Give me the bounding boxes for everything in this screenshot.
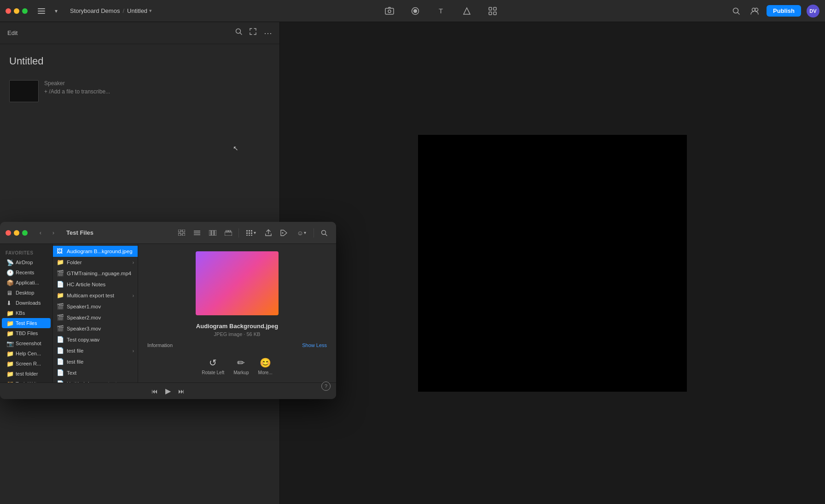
text-file-icon: 📄 (57, 369, 64, 377)
topbar-right: Publish DV (730, 5, 819, 17)
speaker3-file-icon: 🎬 (57, 325, 64, 332)
file-item-speaker2[interactable]: 🎬Speaker2.mov (53, 312, 138, 323)
playback-play-button[interactable]: ▶ (165, 387, 171, 395)
sidebar-item-recents[interactable]: 🕐Recents (2, 267, 51, 278)
sidebar-item-test-files[interactable]: 📁Test Files (2, 318, 51, 328)
file-item-hc-article[interactable]: 📄HC Article Notes (53, 279, 138, 290)
preview-info-row: Information Show Less (145, 342, 329, 348)
search-icon[interactable] (730, 5, 743, 17)
editor-more-icon[interactable]: ⋯ (264, 28, 272, 38)
finder-quick-actions-dropdown[interactable]: ☺ ▾ (293, 226, 310, 239)
sidebar-item-desktop[interactable]: 🖥Desktop (2, 288, 51, 298)
sidebar-item-test-folder[interactable]: 📁test folder (2, 369, 51, 379)
sidebar-item-screen-r[interactable]: 📁Screen R... (2, 359, 51, 369)
file-item-text[interactable]: 📄Text (53, 367, 138, 378)
svg-rect-3 (385, 8, 394, 14)
svg-rect-20 (182, 233, 185, 236)
file-label-audiogram: Audiogram B...kground.jpeg (67, 249, 133, 254)
sidebar-item-kbs[interactable]: 📁KBs (2, 308, 51, 318)
file-label-speaker1: Speaker1.mov (67, 304, 101, 309)
add-file-label[interactable]: + /Add a file to transcribe... (44, 88, 110, 95)
preview-action-rotate-left[interactable]: ↺Rotate Left (202, 357, 224, 375)
playback-prev-button[interactable]: ⏮ (151, 388, 158, 395)
editor-search-icon[interactable] (235, 28, 242, 38)
record-icon[interactable] (408, 4, 423, 18)
finder-back-button[interactable]: ‹ (35, 227, 46, 238)
finder-gallery-view-button[interactable] (222, 226, 235, 239)
breadcrumb-parent[interactable]: Storyboard Demos (70, 7, 120, 14)
finder-toolbar-sep1 (238, 228, 239, 238)
svg-rect-30 (246, 230, 248, 232)
sidebar-item-tech-write[interactable]: 📁Tech Writ... (2, 379, 51, 382)
sidebar-label-screen-r: Screen R... (16, 361, 41, 366)
editor-expand-icon[interactable] (250, 28, 256, 38)
show-less-button[interactable]: Show Less (302, 342, 327, 348)
sidebar-item-airdrop[interactable]: 📡AirDrop (2, 257, 51, 267)
sidebar-item-downloads[interactable]: ⬇Downloads (2, 298, 51, 308)
edit-label: Edit (7, 29, 17, 36)
recents-icon: 🕐 (6, 269, 13, 276)
people-icon[interactable] (748, 5, 761, 17)
finder-forward-button[interactable]: › (48, 227, 59, 238)
svg-rect-0 (38, 8, 45, 9)
avatar: DV (807, 5, 819, 17)
sidebar-toggle-icon[interactable] (35, 5, 48, 17)
breadcrumb: Storyboard Demos / Untitled ▾ (70, 7, 152, 14)
file-item-gtm[interactable]: 🎬GTMTraining...nguage.mp4 (53, 268, 138, 279)
finder-minimize-button[interactable] (14, 230, 19, 236)
publish-button[interactable]: Publish (767, 5, 801, 17)
chevron-icon: › (133, 293, 134, 298)
file-item-speaker1[interactable]: 🎬Speaker1.mov (53, 301, 138, 312)
breadcrumb-current[interactable]: Untitled ▾ (127, 7, 152, 14)
finder-tag-button[interactable] (278, 226, 290, 239)
grid-icon[interactable] (485, 4, 500, 18)
sidebar-item-help-center[interactable]: 📁Help Cen... (2, 348, 51, 359)
editor-toolbar: Edit ⋯ (0, 22, 279, 44)
finder-traffic-lights (6, 230, 28, 236)
speaker-info: Speaker + /Add a file to transcribe... (44, 80, 110, 95)
sidebar-items-container: 📡AirDrop🕐Recents📦Applicati...🖥Desktop⬇Do… (0, 257, 52, 382)
breadcrumb-separator: / (122, 7, 124, 14)
finder-close-button[interactable] (6, 230, 11, 236)
preview-actions-container: ↺Rotate Left✏Markup😊More... (202, 357, 272, 375)
file-item-multicam[interactable]: 📁Multicam export test› (53, 290, 138, 301)
file-item-test-file[interactable]: 📄test file› (53, 345, 138, 356)
finder-nav-buttons: ‹ › (35, 227, 59, 238)
finder-actions-dropdown[interactable]: ▾ (243, 226, 259, 239)
svg-rect-33 (246, 232, 248, 234)
capture-icon[interactable] (382, 4, 397, 18)
file-item-speaker3[interactable]: 🎬Speaker3.mov (53, 323, 138, 334)
preview-actions: ↺Rotate Left✏Markup😊More... (202, 353, 272, 375)
finder-share-button[interactable] (262, 226, 275, 239)
file-item-test-file2[interactable]: 📄test file (53, 356, 138, 367)
file-item-folder[interactable]: 📁Folder› (53, 257, 138, 268)
close-button[interactable] (6, 8, 11, 14)
fullscreen-button[interactable] (22, 8, 28, 14)
file-item-untitled-srt[interactable]: 📄Untitled document.srt (53, 378, 138, 382)
preview-action-markup[interactable]: ✏Markup (233, 357, 249, 375)
finder-fullscreen-button[interactable] (22, 230, 28, 236)
shape-icon[interactable] (459, 4, 474, 18)
help-icon[interactable]: ? (321, 382, 331, 382)
minimize-button[interactable] (14, 8, 19, 14)
sidebar-label-downloads: Downloads (16, 300, 41, 306)
sidebar-item-tbd-files[interactable]: 📁TBD Files (2, 328, 51, 338)
markup-label: Markup (233, 370, 249, 375)
file-item-test-copy-wav[interactable]: 📄Test copy.wav (53, 334, 138, 345)
finder-search-button[interactable] (318, 226, 331, 239)
finder-list-view-button[interactable] (191, 226, 203, 239)
finder-column-view-button[interactable] (206, 226, 219, 239)
sidebar-item-screenshot[interactable]: 📷Screenshot (2, 338, 51, 348)
finder-icon-view-button[interactable] (175, 226, 188, 239)
sidebar-item-applications[interactable]: 📦Applicati... (2, 278, 51, 288)
text-icon[interactable]: T (434, 4, 448, 18)
preview-action-more[interactable]: 😊More... (258, 357, 273, 375)
playback-next-button[interactable]: ⏭ (178, 388, 185, 395)
file-item-audiogram[interactable]: 🖼Audiogram B...kground.jpeg (53, 246, 138, 257)
chevron-down-icon[interactable]: ▾ (50, 5, 63, 17)
svg-rect-9 (489, 12, 492, 15)
help-button[interactable]: ? (321, 382, 331, 382)
sidebar-label-recents: Recents (16, 270, 34, 275)
speaker-row: Speaker + /Add a file to transcribe... (9, 80, 270, 102)
sidebar-label-kbs: KBs (16, 310, 25, 316)
